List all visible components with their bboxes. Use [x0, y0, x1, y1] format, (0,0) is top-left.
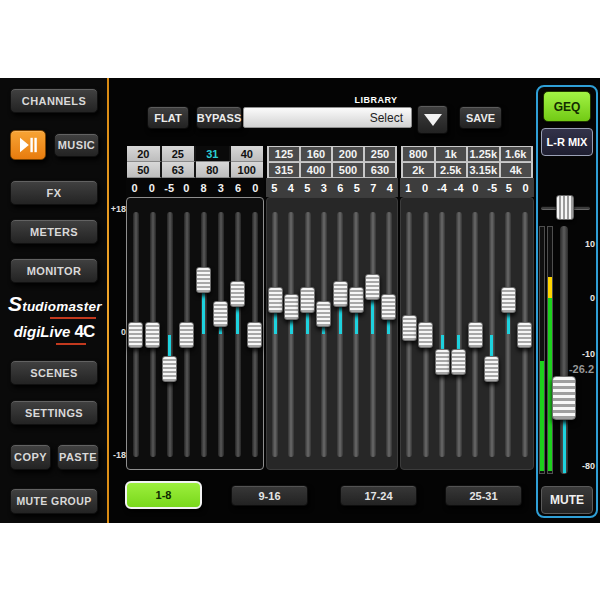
tab-9-16[interactable]: 9-16 [231, 485, 308, 506]
freq-cell-125[interactable]: 125 [269, 146, 301, 162]
lr-mix-button[interactable]: L-R MIX [541, 128, 593, 156]
slider-thumb[interactable] [162, 356, 177, 382]
play-pause-button[interactable] [10, 130, 46, 160]
freq-cell-160[interactable]: 160 [301, 146, 333, 162]
library-select[interactable]: Select [243, 107, 412, 128]
freq-cell-1k[interactable]: 1k [436, 146, 469, 162]
slider-thumb[interactable] [349, 287, 364, 313]
freq-cell-250[interactable]: 250 [365, 146, 397, 162]
freq-cell-400[interactable]: 400 [301, 162, 333, 178]
slider-track[interactable] [305, 212, 311, 457]
freq-cell-63[interactable]: 63 [162, 162, 197, 178]
slider-panel [400, 197, 534, 470]
freq-cell-25[interactable]: 25 [162, 146, 197, 162]
slider-thumb[interactable] [435, 349, 450, 375]
eq-band-slider [144, 198, 161, 469]
copy-button[interactable]: COPY [10, 444, 51, 470]
slider-thumb[interactable] [418, 322, 433, 348]
fader-scale-0: 0 [573, 293, 595, 303]
meter-yellow-fill [548, 277, 552, 298]
eq-group-1: 2025314050638010000-508360 [126, 146, 264, 470]
settings-button[interactable]: SETTINGS [10, 400, 98, 425]
slider-thumb[interactable] [484, 356, 499, 382]
slider-track[interactable] [370, 212, 376, 457]
slider-thumb[interactable] [333, 281, 348, 307]
gain-value: 0 [517, 182, 534, 194]
library-dropdown-button[interactable] [417, 105, 448, 134]
flat-button[interactable]: FLAT [147, 106, 189, 129]
music-button[interactable]: MUSIC [54, 133, 99, 157]
freq-cell-500[interactable]: 500 [333, 162, 365, 178]
slider-thumb[interactable] [179, 322, 194, 348]
freq-cell-1.6k[interactable]: 1.6k [501, 146, 534, 162]
slider-track[interactable] [218, 212, 224, 457]
freq-cell-31[interactable]: 31 [196, 146, 231, 162]
freq-cell-80[interactable]: 80 [196, 162, 231, 178]
freq-cell-800[interactable]: 800 [403, 146, 436, 162]
slider-track[interactable] [386, 212, 392, 457]
freq-cell-50[interactable]: 50 [127, 162, 162, 178]
freq-cell-200[interactable]: 200 [333, 146, 365, 162]
slider-track[interactable] [353, 212, 359, 457]
slider-thumb[interactable] [268, 287, 283, 313]
freq-cell-2.5k[interactable]: 2.5k [436, 162, 469, 178]
slider-thumb[interactable] [300, 287, 315, 313]
eq-band-slider [300, 198, 316, 469]
slider-thumb[interactable] [468, 322, 483, 348]
eq-band-slider [283, 198, 299, 469]
master-fader-fill [563, 417, 566, 473]
eq-band-slider [195, 198, 212, 469]
slider-thumb[interactable] [196, 267, 211, 293]
bypass-button[interactable]: BYPASS [196, 106, 242, 129]
freq-cell-40[interactable]: 40 [231, 146, 264, 162]
tab-25-31[interactable]: 25-31 [445, 485, 522, 506]
freq-cell-3.15k[interactable]: 3.15k [468, 162, 501, 178]
eq-band-slider [267, 198, 283, 469]
channels-button[interactable]: CHANNELS [10, 88, 98, 113]
slider-thumb[interactable] [316, 301, 331, 327]
slider-thumb[interactable] [402, 315, 417, 341]
master-fader-thumb[interactable] [552, 376, 576, 420]
slider-track[interactable] [272, 212, 278, 457]
geq-button[interactable]: GEQ [543, 91, 591, 122]
freq-cell-630[interactable]: 630 [365, 162, 397, 178]
eq-band-slider [500, 198, 517, 469]
slider-thumb[interactable] [128, 322, 143, 348]
scenes-button[interactable]: SCENES [10, 360, 98, 385]
meters-button[interactable]: METERS [10, 219, 98, 244]
freq-cell-2k[interactable]: 2k [403, 162, 436, 178]
freq-cell-100[interactable]: 100 [231, 162, 264, 178]
eq-band-slider [212, 198, 229, 469]
slider-thumb[interactable] [145, 322, 160, 348]
slider-track[interactable] [321, 212, 327, 457]
mute-group-button[interactable]: MUTE GROUP [10, 488, 98, 514]
brand-logo: Studiomaster digiLive 4C [8, 292, 100, 345]
slider-track[interactable] [337, 212, 343, 457]
slider-thumb[interactable] [247, 322, 262, 348]
slider-thumb[interactable] [284, 294, 299, 320]
slider-track[interactable] [505, 212, 511, 457]
freq-cell-315[interactable]: 315 [269, 162, 301, 178]
freq-cell-4k[interactable]: 4k [501, 162, 534, 178]
paste-button[interactable]: PASTE [57, 444, 99, 470]
tab-1-8[interactable]: 1-8 [125, 481, 202, 509]
pan-slider-thumb[interactable] [556, 195, 574, 220]
master-mute-button[interactable]: MUTE [541, 486, 593, 514]
slider-thumb[interactable] [451, 349, 466, 375]
save-button[interactable]: SAVE [459, 106, 502, 129]
slider-thumb[interactable] [381, 294, 396, 320]
tab-17-24[interactable]: 17-24 [340, 485, 417, 506]
monitor-button[interactable]: MONITOR [10, 258, 98, 283]
slider-thumb[interactable] [230, 281, 245, 307]
slider-track[interactable] [288, 212, 294, 457]
slider-thumb[interactable] [501, 287, 516, 313]
slider-thumb[interactable] [213, 301, 228, 327]
fx-button[interactable]: FX [10, 180, 98, 205]
slider-track[interactable] [201, 212, 207, 457]
freq-cell-1.25k[interactable]: 1.25k [468, 146, 501, 162]
gain-value: -5 [484, 182, 501, 194]
slider-track[interactable] [235, 212, 241, 457]
freq-cell-20[interactable]: 20 [127, 146, 162, 162]
slider-thumb[interactable] [365, 274, 380, 300]
slider-thumb[interactable] [517, 322, 532, 348]
